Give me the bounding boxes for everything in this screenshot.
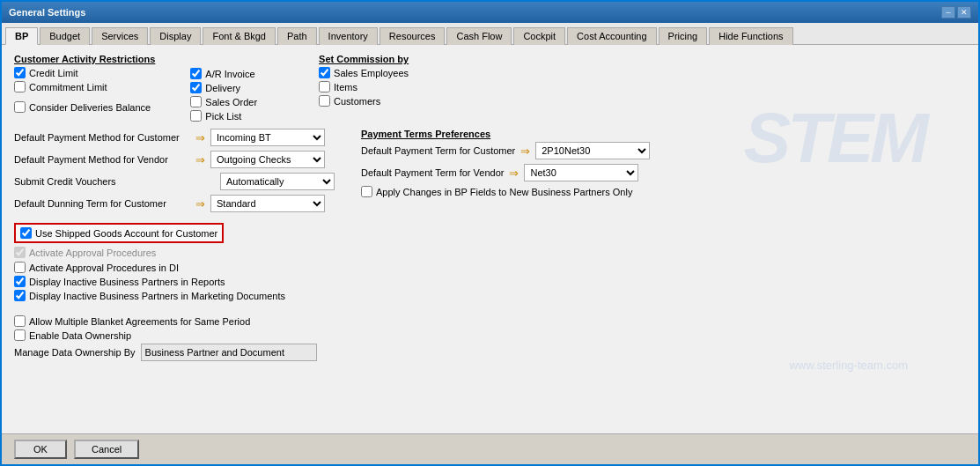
tab-bp[interactable]: BP	[5, 27, 38, 45]
delivery-row: Delivery	[190, 82, 257, 93]
tab-cost-accounting[interactable]: Cost Accounting	[567, 27, 657, 45]
tab-resources[interactable]: Resources	[379, 27, 446, 45]
tab-inventory[interactable]: Inventory	[319, 27, 378, 45]
tabs-bar: BP Budget Services Display Font & Bkgd P…	[2, 23, 978, 45]
payment-term-vendor-row: Default Payment Term for Vendor ⇒ Net30 …	[361, 164, 650, 181]
lower-checkboxes-section: Activate Approval Procedures in DI Displ…	[14, 262, 966, 301]
tab-cockpit[interactable]: Cockpit	[513, 27, 565, 45]
activate-approval-di-checkbox[interactable]	[14, 262, 26, 273]
enable-data-label: Enable Data Ownership	[29, 330, 131, 341]
display-inactive-reports-row: Display Inactive Business Partners in Re…	[14, 276, 966, 287]
use-shipped-highlight: Use Shipped Goods Account for Customer	[14, 223, 224, 243]
customer-activity-title: Customer Activity Restrictions	[14, 54, 155, 64]
commitment-limit-checkbox[interactable]	[14, 81, 26, 92]
display-inactive-marketing-checkbox[interactable]	[14, 290, 26, 301]
pick-list-label: Pick List	[205, 111, 241, 122]
minimize-button[interactable]: –	[941, 6, 955, 18]
customer-activity-section: Customer Activity Restrictions Credit Li…	[14, 54, 155, 113]
tab-font-bkgd[interactable]: Font & Bkgd	[203, 27, 276, 45]
default-dunning-row: Default Dunning Term for Customer ⇒ Stan…	[14, 195, 335, 212]
tab-pricing[interactable]: Pricing	[659, 27, 708, 45]
tab-path[interactable]: Path	[277, 27, 317, 45]
enable-data-checkbox[interactable]	[14, 329, 26, 341]
payment-terms-section: Payment Terms Preferences Default Paymen…	[361, 129, 650, 214]
sales-order-row: Sales Order	[190, 96, 257, 107]
submit-credit-row: Submit Credit Vouchers Automatically Man…	[14, 173, 335, 190]
arrow-icon-1: ⇒	[195, 153, 205, 166]
use-shipped-label: Use Shipped Goods Account for Customer	[35, 228, 217, 239]
content-area: STEM www.sterling-team.com Customer Acti…	[2, 45, 978, 433]
general-settings-window: General Settings – ✕ BP Budget Services …	[0, 0, 980, 466]
payment-term-customer-select[interactable]: 2P10Net30 Net30 Net60	[535, 142, 650, 159]
manage-data-label: Manage Data Ownership By	[14, 347, 136, 358]
ar-invoice-checkbox[interactable]	[190, 68, 202, 79]
submit-credit-label: Submit Credit Vouchers	[14, 176, 190, 187]
manage-data-row: Manage Data Ownership By	[14, 344, 966, 361]
submit-credit-select[interactable]: Automatically Manually	[220, 173, 335, 190]
form-rows-section: Default Payment Method for Customer ⇒ In…	[14, 129, 335, 214]
pick-list-checkbox[interactable]	[190, 110, 202, 122]
commitment-limit-label: Commitment Limit	[29, 82, 107, 92]
sales-employees-label: Sales Employees	[334, 68, 409, 78]
activate-approval-row: Activate Approval Procedures	[14, 247, 966, 258]
consider-deliveries-row: Consider Deliveries Balance	[14, 101, 155, 113]
activate-approval-checkbox	[14, 247, 26, 258]
title-bar: General Settings – ✕	[2, 2, 978, 23]
right-checkboxes-section: A/R Invoice Delivery Sales Order Pick Li…	[190, 68, 257, 122]
customers-checkbox[interactable]	[319, 95, 330, 107]
activate-approval-di-label: Activate Approval Procedures in DI	[29, 263, 179, 273]
tab-budget[interactable]: Budget	[40, 27, 90, 45]
default-payment-customer-select[interactable]: Incoming BT Outgoing BT Outgoing Checks	[210, 129, 325, 146]
tab-cash-flow[interactable]: Cash Flow	[446, 27, 512, 45]
tab-display[interactable]: Display	[150, 27, 201, 45]
bottom-bar: OK Cancel	[2, 433, 978, 464]
arrow-icon-3: ⇒	[195, 197, 205, 211]
sales-employees-checkbox[interactable]	[319, 67, 330, 78]
apply-changes-checkbox[interactable]	[361, 186, 372, 197]
default-payment-customer-label: Default Payment Method for Customer	[14, 132, 190, 143]
default-dunning-select[interactable]: Standard None	[210, 195, 325, 212]
payment-term-customer-row: Default Payment Term for Customer ⇒ 2P10…	[361, 142, 650, 159]
allow-blanket-row: Allow Multiple Blanket Agreements for Sa…	[14, 315, 966, 327]
allow-blanket-checkbox[interactable]	[14, 315, 26, 327]
tab-hide-functions[interactable]: Hide Functions	[709, 27, 792, 45]
default-payment-customer-row: Default Payment Method for Customer ⇒ In…	[14, 129, 335, 146]
apply-changes-label: Apply Changes in BP Fields to New Busine…	[376, 187, 632, 197]
items-checkbox[interactable]	[319, 81, 330, 92]
sales-employees-row: Sales Employees	[319, 67, 409, 78]
display-inactive-reports-label: Display Inactive Business Partners in Re…	[29, 277, 225, 287]
arrow-icon-0: ⇒	[195, 131, 205, 144]
manage-data-input[interactable]	[141, 344, 317, 361]
payment-term-vendor-select[interactable]: Net30 Net60 2P10Net30	[524, 164, 638, 181]
delivery-checkbox[interactable]	[190, 82, 202, 93]
payment-terms-title: Payment Terms Preferences	[361, 129, 650, 139]
credit-limit-checkbox[interactable]	[14, 67, 26, 78]
consider-deliveries-checkbox[interactable]	[14, 101, 26, 113]
default-payment-vendor-label: Default Payment Method for Vendor	[14, 154, 190, 165]
ok-button[interactable]: OK	[14, 440, 67, 459]
items-row: Items	[319, 81, 409, 92]
payment-term-customer-label: Default Payment Term for Customer	[361, 145, 515, 156]
window-title: General Settings	[9, 7, 85, 18]
tab-services[interactable]: Services	[92, 27, 148, 45]
apply-changes-row: Apply Changes in BP Fields to New Busine…	[361, 186, 650, 197]
default-dunning-label: Default Dunning Term for Customer	[14, 198, 190, 209]
default-payment-vendor-select[interactable]: Incoming BT Outgoing BT Outgoing Checks	[210, 151, 325, 168]
close-button[interactable]: ✕	[957, 6, 971, 18]
window-controls: – ✕	[941, 6, 971, 18]
ar-invoice-label: A/R Invoice	[205, 69, 254, 79]
credit-limit-label: Credit Limit	[29, 68, 78, 78]
use-shipped-section: Use Shipped Goods Account for Customer	[14, 223, 966, 243]
sales-order-checkbox[interactable]	[190, 96, 202, 107]
activate-approval-di-row: Activate Approval Procedures in DI	[14, 262, 966, 273]
items-label: Items	[334, 82, 357, 92]
use-shipped-checkbox[interactable]	[20, 227, 32, 239]
main-content: Customer Activity Restrictions Credit Li…	[14, 54, 966, 363]
cancel-button[interactable]: Cancel	[74, 440, 139, 459]
consider-deliveries-label: Consider Deliveries Balance	[29, 102, 151, 113]
commitment-limit-row: Commitment Limit	[14, 81, 155, 92]
display-inactive-reports-checkbox[interactable]	[14, 276, 26, 287]
bottom-checkboxes-section: Allow Multiple Blanket Agreements for Sa…	[14, 315, 966, 363]
set-commission-title: Set Commission by	[319, 54, 409, 64]
pick-list-row: Pick List	[190, 110, 257, 122]
